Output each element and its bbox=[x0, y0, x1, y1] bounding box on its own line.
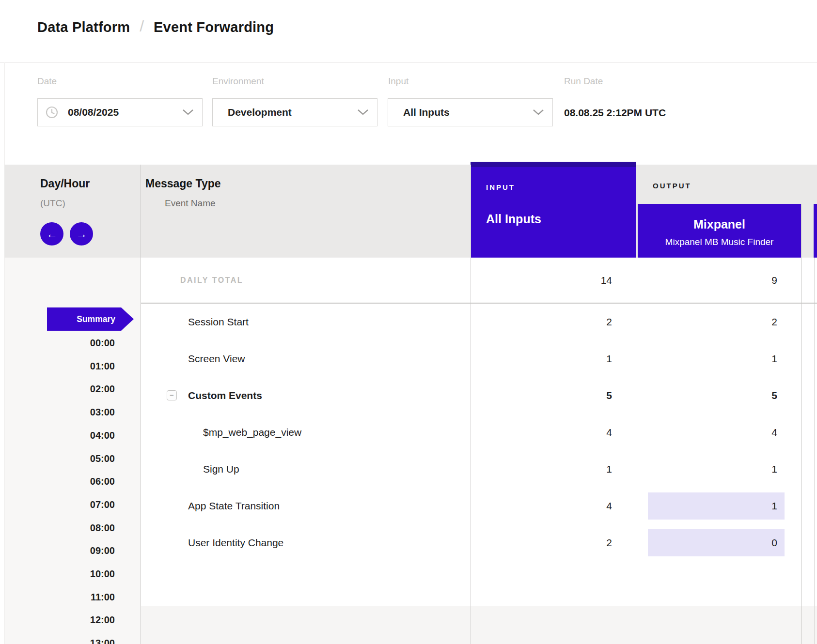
event-name: Sign Up bbox=[203, 451, 239, 488]
daily-total-input-value: 14 bbox=[471, 258, 612, 303]
daily-total-output-value: 9 bbox=[638, 258, 777, 303]
output-count: 1 bbox=[638, 451, 777, 488]
input-dropdown[interactable]: All Inputs bbox=[388, 98, 553, 126]
date-dropdown[interactable]: 08/08/2025 bbox=[37, 98, 203, 126]
summary-row-badge[interactable]: Summary bbox=[47, 307, 121, 331]
event-name: Screen View bbox=[188, 340, 245, 377]
daily-total-label: DAILY TOTAL bbox=[180, 258, 243, 303]
hour-item-0500[interactable]: 05:00 bbox=[0, 447, 115, 470]
output-column-subtitle: Mixpanel MB Music Finder bbox=[638, 237, 801, 247]
input-count: 1 bbox=[471, 451, 612, 488]
input-column-header-strip bbox=[471, 162, 636, 167]
next-output-column-header-partial bbox=[814, 204, 817, 258]
input-count: 5 bbox=[471, 377, 612, 414]
output-count: 0 bbox=[638, 524, 777, 561]
input-count: 1 bbox=[471, 340, 612, 377]
input-value: All Inputs bbox=[403, 107, 450, 118]
next-day-button[interactable]: → bbox=[70, 222, 93, 245]
table-row: User Identity Change 2 0 bbox=[0, 524, 817, 561]
run-date-value: 08.08.25 2:12PM UTC bbox=[564, 107, 666, 119]
clock-icon bbox=[46, 106, 58, 119]
input-group-label: INPUT bbox=[486, 183, 515, 191]
event-name: User Identity Change bbox=[188, 524, 283, 561]
hour-item-0600[interactable]: 06:00 bbox=[0, 470, 115, 493]
output-count: 5 bbox=[638, 377, 777, 414]
message-type-column-title: Message Type bbox=[145, 177, 221, 190]
environment-dropdown[interactable]: Development bbox=[212, 98, 377, 126]
table-row: Screen View 1 1 bbox=[0, 340, 817, 377]
output-count: 1 bbox=[638, 488, 777, 524]
event-name: Custom Events bbox=[188, 377, 262, 414]
input-filter-label: Input bbox=[388, 76, 408, 87]
day-hour-column-title: Day/Hour bbox=[40, 177, 90, 190]
header-divider bbox=[0, 62, 817, 63]
chevron-down-icon bbox=[533, 109, 544, 115]
previous-day-button[interactable]: ← bbox=[40, 222, 63, 245]
output-count: 4 bbox=[638, 414, 777, 451]
input-count: 4 bbox=[471, 414, 612, 451]
collapse-icon[interactable]: − bbox=[167, 390, 177, 400]
page-title: Event Forwarding bbox=[154, 19, 274, 35]
date-filter-label: Date bbox=[37, 76, 57, 87]
input-count: 2 bbox=[471, 524, 612, 561]
run-date-label: Run Date bbox=[564, 76, 603, 87]
table-row: App State Transition 4 1 bbox=[0, 488, 817, 524]
environment-value: Development bbox=[228, 107, 292, 118]
chevron-down-icon bbox=[183, 109, 193, 115]
hour-item-0300[interactable]: 03:00 bbox=[0, 400, 115, 424]
input-count: 2 bbox=[471, 304, 612, 340]
hour-item-0400[interactable]: 04:00 bbox=[0, 424, 115, 447]
arrow-right-icon: → bbox=[76, 228, 87, 241]
chevron-down-icon bbox=[358, 109, 368, 115]
output-group-label: OUTPUT bbox=[653, 182, 691, 190]
hour-item-0900[interactable]: 09:00 bbox=[0, 539, 115, 562]
output-count: 1 bbox=[638, 340, 777, 377]
date-value: 08/08/2025 bbox=[68, 107, 119, 118]
breadcrumb-separator: / bbox=[140, 17, 144, 35]
event-name: Session Start bbox=[188, 304, 249, 340]
hour-item-0200[interactable]: 02:00 bbox=[0, 377, 115, 400]
hour-item-1100[interactable]: 11:00 bbox=[0, 585, 115, 609]
event-name: $mp_web_page_view bbox=[203, 414, 301, 451]
table-row: Sign Up 1 1 bbox=[0, 451, 817, 488]
output-count: 2 bbox=[638, 304, 777, 340]
table-row: − Custom Events 5 5 bbox=[0, 377, 817, 414]
hour-item-1000[interactable]: 10:00 bbox=[0, 562, 115, 585]
input-column-name: All Inputs bbox=[486, 212, 541, 226]
day-hour-column-subtitle: (UTC) bbox=[40, 198, 65, 209]
message-type-column-subtitle: Event Name bbox=[165, 198, 216, 209]
hour-item-0000[interactable]: 00:00 bbox=[0, 331, 115, 354]
hour-item-0700[interactable]: 07:00 bbox=[0, 493, 115, 516]
breadcrumb-section[interactable]: Data Platform bbox=[37, 19, 130, 35]
arrow-left-icon: ← bbox=[47, 228, 58, 241]
event-forwarding-screen: Data Platform / Event Forwarding Date En… bbox=[0, 0, 817, 644]
hour-item-1200[interactable]: 12:00 bbox=[0, 608, 115, 631]
output-column-header-mixpanel[interactable]: Mixpanel Mixpanel MB Music Finder bbox=[638, 204, 801, 258]
summary-label: Summary bbox=[47, 307, 121, 331]
event-name: App State Transition bbox=[188, 488, 280, 524]
hour-item-0100[interactable]: 01:00 bbox=[0, 354, 115, 378]
table-row: $mp_web_page_view 4 4 bbox=[0, 414, 817, 451]
hour-item-1300[interactable]: 13:00 bbox=[0, 631, 115, 644]
environment-filter-label: Environment bbox=[212, 76, 264, 87]
breadcrumb: Data Platform / Event Forwarding bbox=[37, 18, 274, 36]
table-footer-band bbox=[141, 606, 817, 644]
input-count: 4 bbox=[471, 488, 612, 524]
input-column-header[interactable]: INPUT All Inputs bbox=[471, 162, 636, 258]
output-column-name: Mixpanel bbox=[638, 217, 801, 231]
hour-item-0800[interactable]: 08:00 bbox=[0, 516, 115, 539]
